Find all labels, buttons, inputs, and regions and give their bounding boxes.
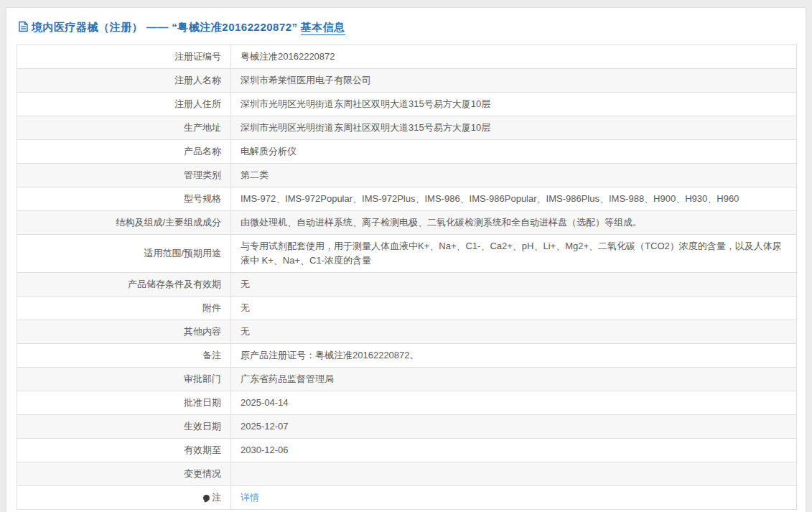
row-label: 有效期至 xyxy=(17,439,231,462)
row-value: 原产品注册证号：粤械注准20162220872。 xyxy=(231,344,797,368)
row-label: 适用范围/预期用途 xyxy=(17,235,231,273)
table-row: 生效日期 2025-12-07 xyxy=(17,415,797,439)
table-row: 注 详情 xyxy=(17,486,797,510)
row-value: 电解质分析仪 xyxy=(231,140,797,164)
row-label: 生效日期 xyxy=(17,415,231,439)
table-row: 备注 原产品注册证号：粤械注准20162220872。 xyxy=(17,344,797,368)
row-label: 产品名称 xyxy=(17,140,231,164)
row-label: 产品储存条件及有效期 xyxy=(17,273,231,297)
row-label: 其他内容 xyxy=(17,320,231,344)
row-value: 无 xyxy=(231,273,797,297)
row-value: 2025-12-07 xyxy=(231,415,797,439)
content-card: 境内医疗器械（注册） —— “粤械注准20162220872”基本信息 注册证编… xyxy=(6,7,806,512)
row-value: 深圳市希莱恒医用电子有限公司 xyxy=(231,69,797,93)
row-value: 无 xyxy=(231,297,797,320)
table-row: 生产地址 深圳市光明区光明街道东周社区双明大道315号易方大厦10层 xyxy=(17,116,797,140)
row-value: 第二类 xyxy=(231,164,797,187)
balloon-icon xyxy=(203,495,210,501)
row-value: 2025-04-14 xyxy=(231,391,797,415)
row-value: IMS-972、IMS-972Popular、IMS-972Plus、IMS-9… xyxy=(231,187,797,211)
row-label: 审批部门 xyxy=(17,368,231,391)
table-row: 有效期至 2030-12-06 xyxy=(17,439,797,462)
row-label: 注册人名称 xyxy=(17,69,231,93)
table-row: 附件 无 xyxy=(17,297,797,320)
row-label: 注册人住所 xyxy=(17,93,231,116)
row-label: 批准日期 xyxy=(17,391,231,415)
table-row: 产品名称 电解质分析仪 xyxy=(17,140,797,164)
table-row: 注册人名称 深圳市希莱恒医用电子有限公司 xyxy=(17,69,797,93)
table-row: 产品储存条件及有效期 无 xyxy=(17,273,797,297)
table-row: 适用范围/预期用途 与专用试剂配套使用，用于测量人体血液中K+、Na+、C1-、… xyxy=(17,235,797,273)
table-row: 变更情况 xyxy=(17,462,797,486)
row-value: 深圳市光明区光明街道东周社区双明大道315号易方大厦10层 xyxy=(231,93,797,116)
table-row: 其他内容 无 xyxy=(17,320,797,344)
row-value: 深圳市光明区光明街道东周社区双明大道315号易方大厦10层 xyxy=(231,116,797,140)
row-label: 变更情况 xyxy=(17,462,231,486)
title-prefix: 境内医疗器械（注册） —— xyxy=(32,21,172,33)
row-value: 与专用试剂配套使用，用于测量人体血液中K+、Na+、C1-、Ca2+、pH、Li… xyxy=(231,235,797,273)
row-label: 结构及组成/主要组成成分 xyxy=(17,211,231,235)
row-label: 生产地址 xyxy=(17,116,231,140)
table-body: 注册证编号 粤械注准20162220872 注册人名称 深圳市希莱恒医用电子有限… xyxy=(17,45,797,510)
details-link[interactable]: 详情 xyxy=(241,492,259,503)
page-title: 境内医疗器械（注册） —— “粤械注准20162220872”基本信息 xyxy=(17,17,795,45)
row-value: 由微处理机、自动进样系统、离子检测电极、二氧化碳检测系统和全自动进样盘（选配）等… xyxy=(231,211,797,235)
table-row: 型号规格 IMS-972、IMS-972Popular、IMS-972Plus、… xyxy=(17,187,797,211)
row-label: 型号规格 xyxy=(17,187,231,211)
document-icon xyxy=(18,21,29,34)
row-value: 详情 xyxy=(231,486,797,510)
row-value xyxy=(231,462,797,486)
registration-info-table: 注册证编号 粤械注准20162220872 注册人名称 深圳市希莱恒医用电子有限… xyxy=(17,45,797,510)
row-label: 注 xyxy=(17,486,231,510)
row-label: 注册证编号 xyxy=(17,45,231,69)
title-suffix: 基本信息 xyxy=(301,21,345,35)
row-value: 无 xyxy=(231,320,797,344)
table-row: 批准日期 2025-04-14 xyxy=(17,391,797,415)
table-row: 注册人住所 深圳市光明区光明街道东周社区双明大道315号易方大厦10层 xyxy=(17,93,797,116)
table-row: 管理类别 第二类 xyxy=(17,164,797,187)
row-value: 2030-12-06 xyxy=(231,439,797,462)
row-value: 广东省药品监督管理局 xyxy=(231,368,797,391)
row-label: 附件 xyxy=(17,297,231,320)
table-row: 结构及组成/主要组成成分 由微处理机、自动进样系统、离子检测电极、二氧化碳检测系… xyxy=(17,211,797,235)
row-value: 粤械注准20162220872 xyxy=(231,45,797,69)
table-row: 注册证编号 粤械注准20162220872 xyxy=(17,45,797,69)
title-cert-number: “粤械注准20162220872” xyxy=(172,21,297,33)
row-label: 备注 xyxy=(17,344,231,368)
row-label: 管理类别 xyxy=(17,164,231,187)
table-row: 审批部门 广东省药品监督管理局 xyxy=(17,368,797,391)
